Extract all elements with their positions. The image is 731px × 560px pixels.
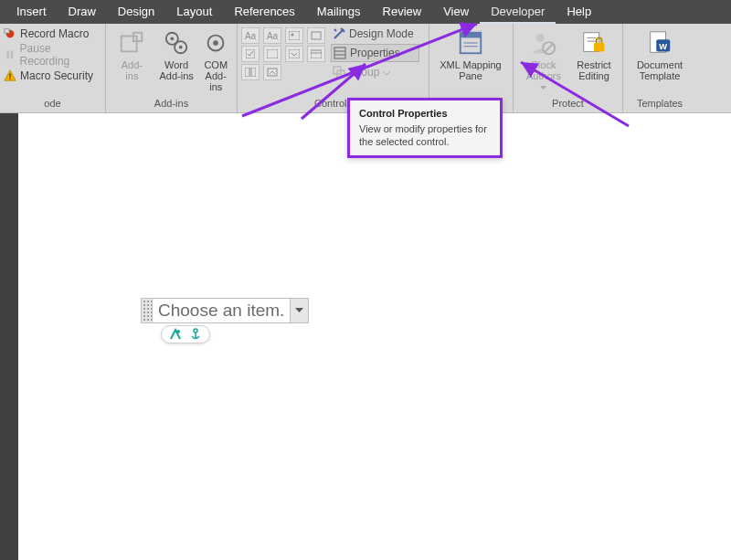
macro-security-button[interactable]: Macro Security bbox=[4, 69, 93, 82]
document-page[interactable] bbox=[18, 113, 731, 560]
document-template-icon: W bbox=[646, 29, 673, 57]
svg-rect-4 bbox=[9, 73, 10, 77]
content-control-placeholder[interactable]: Choose an item. bbox=[153, 299, 290, 322]
properties-tooltip: Control Properties View or modify proper… bbox=[347, 98, 503, 158]
pause-recording-button: Pause Recording bbox=[4, 42, 101, 68]
layout-options-icon[interactable] bbox=[169, 328, 182, 341]
workspace bbox=[0, 113, 731, 560]
addins-l2: ins bbox=[122, 70, 143, 81]
com-addins-l1: COM bbox=[200, 59, 231, 70]
svg-point-11 bbox=[179, 46, 183, 49]
warning-icon bbox=[4, 69, 16, 82]
svg-point-48 bbox=[194, 329, 197, 333]
macro-security-label: Macro Security bbox=[20, 69, 93, 82]
menu-help[interactable]: Help bbox=[556, 0, 602, 24]
svg-rect-40 bbox=[594, 43, 604, 51]
menu-design[interactable]: Design bbox=[107, 0, 165, 24]
addins-l1: Add- bbox=[122, 59, 143, 70]
group-code-label: ode bbox=[4, 98, 101, 111]
addins-icon bbox=[118, 29, 145, 57]
floating-mini-toolbar[interactable] bbox=[161, 325, 210, 343]
pause-recording-label: Pause Recording bbox=[20, 42, 101, 68]
group-code: Record Macro Pause Recording Macro Secur… bbox=[0, 24, 106, 112]
svg-rect-5 bbox=[9, 79, 10, 79]
svg-rect-2 bbox=[6, 51, 9, 58]
gear-icon bbox=[163, 29, 190, 57]
addins-button[interactable]: Add-ins bbox=[110, 26, 154, 81]
svg-rect-3 bbox=[11, 51, 14, 58]
group-addins-label: Add-ins bbox=[110, 98, 233, 111]
content-control-dropdown[interactable]: Choose an item. bbox=[141, 298, 309, 323]
arrow-to-xml bbox=[510, 55, 638, 137]
pause-icon bbox=[4, 48, 16, 61]
anchor-icon[interactable] bbox=[189, 328, 202, 341]
content-control-chevron[interactable] bbox=[290, 299, 308, 322]
svg-point-10 bbox=[171, 37, 175, 40]
restrict-editing-icon bbox=[580, 29, 608, 57]
svg-text:W: W bbox=[659, 42, 667, 51]
word-addins-l2: Add-ins bbox=[159, 70, 193, 81]
word-addins-button[interactable]: WordAdd-ins bbox=[154, 26, 199, 81]
menu-layout[interactable]: Layout bbox=[165, 0, 223, 24]
tooltip-title: Control Properties bbox=[359, 108, 491, 119]
record-macro-label: Record Macro bbox=[20, 27, 89, 40]
svg-point-34 bbox=[536, 34, 545, 42]
tooltip-body: View or modify properties for the select… bbox=[359, 122, 491, 148]
group-addins: Add-ins WordAdd-ins COMAdd-ins Add-ins bbox=[106, 24, 238, 112]
menu-draw[interactable]: Draw bbox=[58, 0, 107, 24]
svg-point-13 bbox=[213, 40, 218, 46]
com-addins-button[interactable]: COMAdd-ins bbox=[198, 26, 233, 92]
doc-l2: Template bbox=[637, 70, 683, 81]
svg-line-36 bbox=[545, 44, 553, 52]
svg-rect-1 bbox=[5, 29, 9, 33]
doc-l1: Document bbox=[637, 59, 683, 70]
svg-line-46 bbox=[521, 62, 629, 126]
gear-single-icon bbox=[202, 29, 229, 57]
svg-rect-6 bbox=[122, 37, 137, 52]
content-control-handle[interactable] bbox=[142, 299, 153, 322]
word-addins-l1: Word bbox=[159, 59, 193, 70]
menu-insert[interactable]: Insert bbox=[5, 0, 58, 24]
svg-point-47 bbox=[176, 330, 180, 333]
record-macro-icon bbox=[4, 27, 16, 40]
com-addins-l2: Add-ins bbox=[200, 70, 231, 92]
record-macro-button[interactable]: Record Macro bbox=[4, 27, 89, 40]
block-authors-icon bbox=[530, 29, 557, 57]
